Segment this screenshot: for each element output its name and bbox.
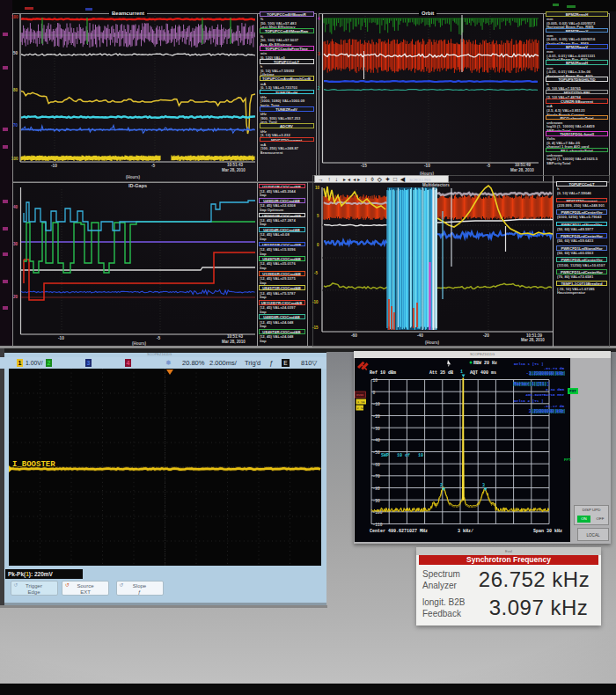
svg-text:-80: -80 — [373, 486, 381, 491]
svg-text:-10: -10 — [373, 402, 381, 406]
svg-text:1: 1 — [460, 369, 463, 375]
svg-text:10: 10 — [373, 378, 378, 383]
svg-text:Span 30 kHz: Span 30 kHz — [533, 529, 562, 534]
svg-text:Att 35 dB: Att 35 dB — [429, 370, 453, 376]
svg-text:-50: -50 — [373, 450, 381, 455]
svg-text:2: 2 — [440, 483, 443, 488]
svg-text:Marker 1 [T1 ]: Marker 1 [T1 ] — [514, 382, 549, 386]
svg-text:-91.17 dB: -91.17 dB — [544, 404, 565, 408]
svg-text:AQT 400 ms: AQT 400 ms — [470, 370, 496, 376]
svg-text:-20: -20 — [373, 414, 381, 419]
svg-text:3: 3 — [482, 483, 485, 488]
svg-text:SWP 10 of 10: SWP 10 of 10 — [381, 453, 423, 458]
svg-text:-40: -40 — [373, 438, 381, 443]
svg-text:3.23000000 kHz: 3.23000000 kHz — [529, 409, 564, 413]
svg-text:DVDC: DVDC — [356, 393, 363, 397]
svg-text:0: 0 — [373, 391, 376, 395]
svg-text:Delta 2 [T1 ]: Delta 2 [T1 ] — [514, 399, 544, 403]
svg-text:-91.73 dB: -91.73 dB — [544, 366, 565, 370]
svg-text:1 SA: 1 SA — [357, 400, 365, 404]
svg-text:3 kHz/: 3 kHz/ — [458, 529, 473, 534]
svg-text:499.626754716 MHz: 499.626754716 MHz — [525, 392, 564, 397]
svg-text:-90: -90 — [373, 499, 381, 503]
svg-text:2 SA: 2 SA — [357, 406, 365, 410]
svg-text:RBW 20 Hz: RBW 20 Hz — [473, 361, 497, 366]
svg-text:-3.23000000 kHz: -3.23000000 kHz — [526, 371, 564, 376]
svg-text:Delta 1 [T1 ]: Delta 1 [T1 ] — [514, 362, 544, 366]
svg-text:-60: -60 — [373, 463, 381, 467]
svg-text:-30: -30 — [373, 427, 381, 431]
svg-text:0.34 dBm: 0.34 dBm — [546, 387, 564, 391]
svg-text:I_BOOSTER: I_BOOSTER — [12, 460, 55, 469]
svg-text:Center 499.6271027 MHz: Center 499.6271027 MHz — [370, 529, 428, 534]
svg-text:-110: -110 — [373, 523, 383, 527]
svg-text:Ref 10 dBm: Ref 10 dBm — [370, 370, 396, 376]
svg-text:-70: -70 — [373, 474, 381, 479]
